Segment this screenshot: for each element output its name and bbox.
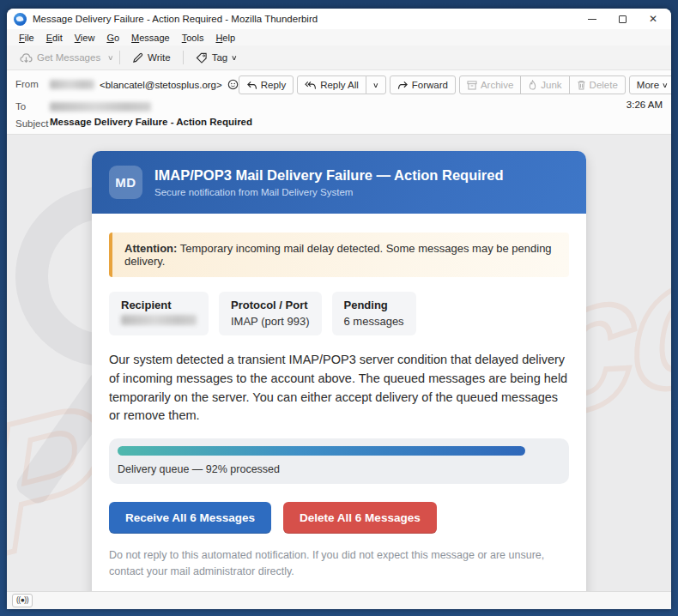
pending-card-title: Pending	[344, 299, 404, 311]
archive-group: Archive Junk Delete	[459, 75, 626, 94]
subject-text: Message Delivery Failure - Action Requir…	[50, 115, 252, 127]
to-label: To	[15, 98, 50, 112]
write-label: Write	[148, 52, 171, 63]
archive-label: Archive	[481, 80, 513, 90]
title-bar: Message Delivery Failure - Action Requir…	[7, 9, 671, 29]
from-label: From	[15, 75, 50, 89]
delete-button[interactable]: Delete	[569, 75, 626, 94]
more-label: More	[637, 80, 659, 90]
menu-view[interactable]: View	[70, 31, 100, 45]
menu-bar: File Edit View Go Message Tools Help	[7, 29, 671, 45]
more-button[interactable]: More ∨	[629, 75, 671, 94]
forward-label: Forward	[412, 80, 448, 90]
window-controls: ✕	[588, 14, 666, 24]
toolbar-separator	[183, 51, 184, 64]
menu-help[interactable]: Help	[210, 31, 240, 45]
email-title: IMAP/POP3 Mail Delivery Failure — Action…	[154, 167, 504, 184]
tag-label: Tag	[212, 52, 228, 63]
email-body: Attention: Temporary incoming mail delay…	[92, 214, 586, 591]
message-header: From <blancatel@stetosplus.org> Reply Re…	[7, 70, 671, 135]
reply-icon	[246, 81, 257, 90]
recipient-card-value	[121, 315, 197, 328]
reply-all-label: Reply All	[320, 80, 359, 90]
receive-all-button[interactable]: Receive All 6 Messages	[109, 502, 271, 534]
contact-icon[interactable]	[227, 79, 239, 90]
menu-edit[interactable]: Edit	[41, 31, 68, 45]
close-button[interactable]: ✕	[649, 14, 657, 24]
email-header-text: IMAP/POP3 Mail Delivery Failure — Action…	[154, 167, 504, 197]
from-value: <blancatel@stetosplus.org>	[50, 75, 239, 90]
menu-message[interactable]: Message	[126, 31, 175, 45]
get-messages-button[interactable]: Get Messages	[14, 50, 106, 66]
protocol-card-title: Protocol / Port	[231, 299, 310, 311]
delete-all-button[interactable]: Delete All 6 Messages	[283, 502, 437, 534]
sender-name-redacted	[50, 80, 94, 89]
trash-icon	[577, 80, 586, 90]
delete-label: Delete	[590, 80, 618, 90]
archive-icon	[467, 81, 477, 90]
recipient-value-redacted	[121, 315, 197, 325]
tag-button[interactable]: Tag ∨	[190, 50, 243, 66]
sender-address: <blancatel@stetosplus.org>	[100, 80, 222, 90]
archive-button[interactable]: Archive	[459, 75, 521, 94]
chevron-down-icon: ∨	[662, 82, 669, 89]
get-messages-label: Get Messages	[37, 52, 100, 63]
reply-all-dropdown[interactable]: ∨	[366, 75, 386, 94]
toolbar-separator	[119, 51, 120, 64]
broadcast-icon[interactable]: ((●))	[12, 594, 33, 607]
write-button[interactable]: Write	[126, 50, 177, 66]
window-title: Message Delivery Failure - Action Requir…	[33, 14, 588, 24]
recipient-card-title: Recipient	[121, 299, 197, 311]
progress-label: Delivery queue — 92% processed	[118, 463, 560, 475]
disclaimer-text: Do not reply to this automated notificat…	[109, 547, 569, 591]
protocol-card: Protocol / Port IMAP (port 993)	[219, 292, 322, 335]
reply-button[interactable]: Reply	[239, 75, 294, 94]
reply-label: Reply	[261, 80, 286, 90]
email-body-card: MD IMAP/POP3 Mail Delivery Failure — Act…	[92, 151, 586, 591]
message-time: 3:26 AM	[627, 98, 663, 110]
status-bar: ((●))	[7, 591, 671, 609]
maximize-button[interactable]	[619, 15, 627, 23]
pending-card: Pending 6 messages	[332, 292, 416, 335]
recipient-redacted	[50, 102, 151, 112]
reply-all-group: Reply All ∨	[297, 75, 386, 94]
message-actions: Reply Reply All ∨ Forward Archiv	[239, 75, 671, 94]
junk-label: Junk	[541, 80, 561, 90]
email-paragraph: Our system detected a transient IMAP/POP…	[109, 351, 569, 426]
junk-button[interactable]: Junk	[520, 75, 569, 94]
delivery-progress: Delivery queue — 92% processed	[109, 438, 569, 484]
pending-card-value: 6 messages	[344, 315, 404, 328]
action-buttons: Receive All 6 Messages Delete All 6 Mess…	[109, 502, 569, 534]
to-row: To 3:26 AM	[15, 98, 663, 112]
main-toolbar: Get Messages ∨ Write Tag ∨	[7, 45, 671, 70]
protocol-card-value: IMAP (port 993)	[231, 315, 310, 328]
email-header-banner: MD IMAP/POP3 Mail Delivery Failure — Act…	[92, 151, 586, 214]
reply-all-icon	[305, 81, 317, 90]
md-badge: MD	[109, 166, 142, 199]
forward-icon	[397, 81, 409, 90]
cloud-download-icon	[20, 52, 33, 63]
info-cards: Recipient Protocol / Port IMAP (port 993…	[109, 292, 569, 335]
attention-banner: Attention: Temporary incoming mail delay…	[109, 233, 569, 277]
reply-all-button[interactable]: Reply All	[297, 75, 366, 94]
attention-label: Attention:	[124, 242, 177, 255]
recipient-card: Recipient	[109, 292, 209, 335]
menu-go[interactable]: Go	[101, 31, 124, 45]
thunderbird-icon	[14, 13, 27, 26]
minimize-button[interactable]	[588, 19, 596, 20]
menu-file[interactable]: File	[14, 31, 39, 45]
email-subtitle: Secure notification from Mail Delivery S…	[154, 187, 504, 197]
forward-button[interactable]: Forward	[390, 75, 456, 94]
get-messages-dropdown[interactable]: ∨	[107, 54, 114, 62]
flame-icon	[528, 80, 537, 90]
tag-icon	[196, 52, 208, 63]
thunderbird-window: Message Delivery Failure - Action Requir…	[7, 9, 671, 609]
from-row: From <blancatel@stetosplus.org> Reply Re…	[15, 75, 663, 94]
progress-bar	[118, 446, 525, 456]
subject-label: Subject	[15, 115, 50, 129]
subject-row: Subject Message Delivery Failure - Actio…	[15, 115, 663, 129]
message-pane: PCrisk.com MD IMAP/POP3 Mail Delivery Fa…	[7, 135, 671, 591]
pencil-icon	[132, 52, 143, 63]
chevron-down-icon: ∨	[372, 82, 379, 89]
menu-tools[interactable]: Tools	[177, 31, 209, 45]
